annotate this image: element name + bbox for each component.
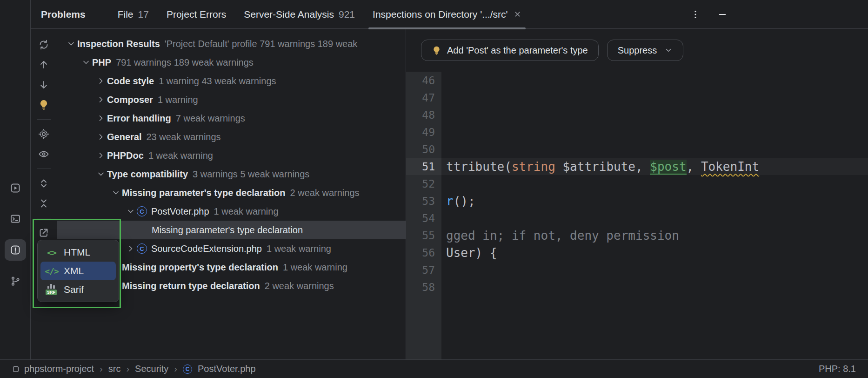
breadcrumb-src[interactable]: src bbox=[108, 364, 121, 374]
editor-line[interactable]: 54 bbox=[406, 209, 868, 227]
editor-line[interactable]: 47 bbox=[406, 89, 868, 106]
tree-node-label: Missing parameter's type declaration bbox=[122, 188, 286, 198]
line-number: 49 bbox=[406, 126, 441, 138]
kebab-icon bbox=[690, 9, 701, 20]
view-options-button[interactable] bbox=[35, 146, 52, 162]
minimize-icon bbox=[717, 9, 728, 20]
lightbulb-icon bbox=[38, 99, 49, 110]
editor-line[interactable]: 50 bbox=[406, 141, 868, 158]
tab-label: File bbox=[118, 9, 134, 20]
code-token: TokenInt bbox=[701, 160, 759, 174]
editor-line[interactable]: 49 bbox=[406, 123, 868, 141]
tree-node-label: Composer bbox=[107, 94, 153, 105]
tree-node-label: PHP bbox=[92, 57, 111, 68]
tree-row[interactable]: PHPDoc1 weak warning bbox=[57, 146, 406, 165]
quick-fix-add-type-button[interactable]: Add 'Post' as the parameter's type bbox=[421, 40, 599, 61]
refresh-icon bbox=[38, 39, 49, 50]
activity-item-version-control[interactable] bbox=[5, 270, 26, 292]
tree-node-counts: 1 weak warning bbox=[214, 206, 279, 217]
suppress-button[interactable]: Suppress bbox=[607, 40, 684, 61]
tab-close-icon[interactable] bbox=[514, 10, 521, 18]
code-text: ttribute(string $attribute, $post, Token… bbox=[441, 160, 759, 174]
expand-all-button[interactable] bbox=[35, 175, 52, 192]
more-options-button[interactable] bbox=[688, 7, 703, 22]
chevron-right-icon[interactable] bbox=[95, 114, 107, 123]
tree-node-label: Missing return type declaration bbox=[122, 281, 260, 291]
xml-icon: </> bbox=[45, 266, 59, 276]
tree-row[interactable]: CPostVoter.php1 weak warning bbox=[57, 202, 406, 221]
xml-icon-wrap: </> bbox=[45, 266, 58, 276]
services-icon bbox=[10, 182, 21, 194]
tool-window-header: Problems File17Project ErrorsServer-Side… bbox=[31, 0, 868, 29]
export-button[interactable] bbox=[35, 224, 52, 241]
chevron-right-icon[interactable] bbox=[95, 95, 107, 104]
tree-row[interactable]: Missing parameter's type declaration bbox=[57, 221, 406, 239]
breadcrumb-postvoter-php[interactable]: CPostVoter.php bbox=[183, 364, 256, 374]
tree-row[interactable]: Inspection Results'Project Default' prof… bbox=[57, 34, 406, 53]
breadcrumb-phpstorm-project[interactable]: phpstorm-project bbox=[12, 364, 94, 374]
chevron-right-icon[interactable] bbox=[95, 76, 107, 86]
export-option-label: HTML bbox=[64, 247, 90, 258]
editor-line[interactable]: 52 bbox=[406, 175, 868, 192]
export-option-label: XML bbox=[64, 265, 84, 277]
tree-node-counts: 1 weak warning bbox=[283, 262, 347, 273]
tab-server-side-analysis[interactable]: Server-Side Analysis921 bbox=[235, 0, 364, 28]
previous-problem-button[interactable] bbox=[35, 56, 52, 73]
tree-node-counts: 1 weak warning bbox=[267, 243, 331, 254]
quick-fix-button[interactable] bbox=[35, 96, 52, 113]
hide-button[interactable] bbox=[714, 7, 730, 22]
chevron-down-icon[interactable] bbox=[65, 39, 77, 48]
editor-line[interactable]: 56User) { bbox=[406, 244, 868, 261]
chevron-right-icon[interactable] bbox=[125, 244, 137, 253]
tool-window-title: Problems bbox=[41, 9, 86, 20]
chevron-right-icon[interactable] bbox=[95, 132, 107, 142]
tree-row[interactable]: Composer1 warning bbox=[57, 90, 406, 109]
tree-row[interactable]: General23 weak warnings bbox=[57, 128, 406, 146]
chevron-down-icon[interactable] bbox=[110, 188, 122, 197]
next-problem-button[interactable] bbox=[35, 76, 52, 93]
editor-line[interactable]: 51ttribute(string $attribute, $post, Tok… bbox=[406, 158, 868, 175]
project-icon bbox=[12, 365, 20, 373]
collapse-all-button[interactable] bbox=[35, 195, 52, 212]
php-version-widget[interactable]: PHP: 8.1 bbox=[819, 364, 856, 374]
code-token: ttribute( bbox=[446, 160, 512, 174]
code-text: User) { bbox=[441, 246, 497, 260]
tab-inspections-on-directory-src[interactable]: Inspections on Directory '.../src' bbox=[364, 0, 530, 28]
tree-row[interactable]: Error handling7 weak warnings bbox=[57, 109, 406, 128]
line-number: 55 bbox=[406, 230, 441, 242]
settings-button[interactable] bbox=[35, 126, 52, 142]
line-number: 46 bbox=[406, 74, 441, 87]
editor-line[interactable]: 55gged in; if not, deny permission bbox=[406, 227, 868, 244]
export-option-html[interactable]: <>HTML bbox=[40, 243, 116, 262]
editor-line[interactable]: 53r(); bbox=[406, 192, 868, 209]
editor-line[interactable]: 57 bbox=[406, 261, 868, 278]
breadcrumb-security[interactable]: Security bbox=[135, 364, 168, 374]
tree-row[interactable]: PHP791 warnings 189 weak warnings bbox=[57, 53, 406, 72]
tree-row[interactable]: Missing parameter's type declaration2 we… bbox=[57, 183, 406, 202]
activity-item-problems[interactable] bbox=[5, 239, 26, 261]
chevron-down-icon[interactable] bbox=[125, 207, 137, 216]
tab-count: 17 bbox=[138, 9, 149, 20]
code-token: (); bbox=[454, 194, 475, 208]
activity-item-services[interactable] bbox=[5, 177, 26, 199]
breadcrumb-separator: › bbox=[174, 364, 177, 374]
tree-node-label: Inspection Results bbox=[77, 39, 160, 49]
editor-line[interactable]: 48 bbox=[406, 106, 868, 123]
export-option-xml[interactable]: </>XML bbox=[40, 262, 116, 280]
activity-bar bbox=[0, 0, 31, 359]
editor-line[interactable]: 58 bbox=[406, 278, 868, 296]
export-option-sarif[interactable]: SRFSarif bbox=[40, 280, 116, 299]
activity-item-terminal[interactable] bbox=[5, 208, 26, 230]
line-number: 58 bbox=[406, 281, 441, 293]
gear-icon bbox=[38, 128, 49, 140]
tab-project-errors[interactable]: Project Errors bbox=[158, 0, 235, 28]
tab-file[interactable]: File17 bbox=[109, 0, 158, 28]
chevron-right-icon[interactable] bbox=[95, 151, 107, 160]
refresh-button[interactable] bbox=[35, 36, 52, 53]
tree-row[interactable]: Code style1 warning 43 weak warnings bbox=[57, 72, 406, 90]
tree-row[interactable]: Type compatibility3 warnings 5 weak warn… bbox=[57, 165, 406, 183]
chevron-down-icon[interactable] bbox=[80, 58, 92, 67]
editor-line[interactable]: 46 bbox=[406, 72, 868, 89]
lightbulb-icon bbox=[432, 46, 441, 55]
chevron-down-icon[interactable] bbox=[95, 169, 107, 179]
